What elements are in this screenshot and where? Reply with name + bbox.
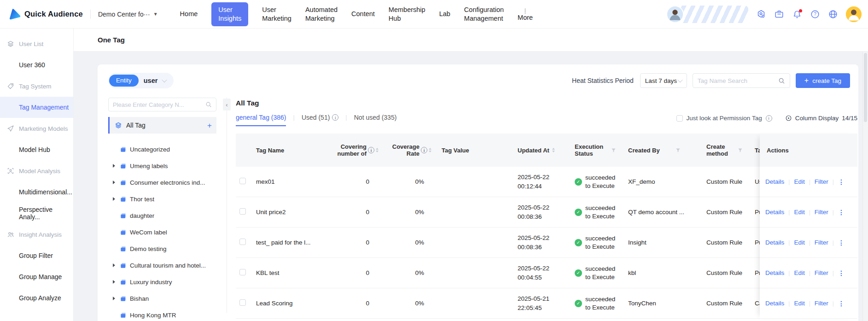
sort-icon[interactable] <box>376 148 379 152</box>
chevron-down-icon <box>162 77 167 82</box>
divider: | <box>833 209 834 216</box>
cell-tag-name[interactable]: KBL test <box>248 269 326 276</box>
category-item[interactable]: Thor test <box>108 191 216 207</box>
row-more-icon[interactable]: ⋮ <box>838 300 845 307</box>
edit-link[interactable]: Edit <box>794 269 804 276</box>
window-scrollbar[interactable] <box>862 52 868 321</box>
tab-general-tag[interactable]: general Tag (386) <box>236 114 286 126</box>
category-item[interactable]: Consumer electronics ind... <box>108 174 216 191</box>
permission-filter[interactable]: Just look at Permission Tag i <box>676 115 772 122</box>
sidebar-item-perspective-analysis[interactable]: Perspective Analy... <box>0 203 73 224</box>
cell-tag-name[interactable]: test_ paid for the l... <box>248 239 326 246</box>
row-checkbox[interactable] <box>239 299 246 306</box>
filter-link[interactable]: Filter <box>815 300 828 307</box>
entity-selector[interactable]: Entity user <box>108 73 174 88</box>
nav-membership-hub[interactable]: Membership Hub <box>389 6 425 23</box>
promo-banner[interactable] <box>666 5 748 23</box>
category-search-input[interactable] <box>113 101 203 108</box>
help-icon[interactable]: ? <box>810 9 820 19</box>
category-item[interactable]: Umeng labels <box>108 158 216 174</box>
details-link[interactable]: Details <box>765 209 784 216</box>
row-checkbox[interactable] <box>239 208 246 215</box>
row-checkbox[interactable] <box>239 269 246 275</box>
row-checkbox[interactable] <box>239 239 246 245</box>
sort-icon[interactable] <box>552 148 555 152</box>
category-item[interactable]: daughter <box>108 207 216 224</box>
language-globe-icon[interactable] <box>828 9 838 19</box>
filter-link[interactable]: Filter <box>815 209 828 216</box>
nav-user-insights[interactable]: User Insights <box>211 2 248 26</box>
tag-search-input[interactable] <box>698 77 775 84</box>
filter-icon[interactable] <box>676 148 681 153</box>
category-item[interactable]: Cultural tourism and hotel... <box>108 257 216 274</box>
edit-link[interactable]: Edit <box>794 300 804 307</box>
row-more-icon[interactable]: ⋮ <box>838 239 845 246</box>
nav-automated-marketing[interactable]: Automated Marketing <box>305 6 338 23</box>
row-more-icon[interactable]: ⋮ <box>838 269 845 277</box>
search-icon[interactable] <box>205 101 212 108</box>
create-tag-button[interactable]: + create Tag <box>796 73 850 88</box>
expand-caret-icon[interactable] <box>111 297 117 300</box>
row-checkbox-cell <box>236 178 248 186</box>
filter-link[interactable]: Filter <box>815 239 828 246</box>
nav-configuration-management[interactable]: Configuration Management <box>464 6 504 23</box>
details-link[interactable]: Details <box>765 300 784 307</box>
sort-icon[interactable] <box>429 148 431 152</box>
category-item[interactable]: WeCom label <box>108 224 216 240</box>
sidebar-item-group-filter[interactable]: Group Filter <box>0 245 73 266</box>
app-center-icon[interactable] <box>756 9 766 19</box>
sidebar-item-group-analyze[interactable]: Group Analyze <box>0 287 73 309</box>
nav-lab[interactable]: Lab <box>439 10 450 18</box>
cell-tag-name[interactable]: Lead Scoring <box>248 300 326 307</box>
tab-not-used[interactable]: Not used (335) <box>354 114 397 125</box>
orders-icon[interactable] <box>774 9 784 19</box>
category-item[interactable]: Demo testing <box>108 240 216 257</box>
details-link[interactable]: Details <box>765 239 784 246</box>
category-item[interactable]: Bishan <box>108 290 216 307</box>
expand-caret-icon[interactable] <box>111 164 117 168</box>
row-checkbox[interactable] <box>239 178 246 184</box>
filter-link[interactable]: Filter <box>815 178 828 185</box>
sidebar-item-multidimensional[interactable]: Multidimensional... <box>0 181 73 203</box>
details-link[interactable]: Details <box>765 178 784 185</box>
sidebar-item-user-360[interactable]: User 360 <box>0 54 73 76</box>
nav-content[interactable]: Content <box>351 10 375 18</box>
tab-used[interactable]: Used (51)i <box>302 114 338 125</box>
edit-link[interactable]: Edit <box>794 209 804 216</box>
logo[interactable]: Quick Audience <box>8 8 83 20</box>
heat-period-select[interactable]: Last 7 days <box>640 73 687 88</box>
filter-link[interactable]: Filter <box>815 269 828 276</box>
expand-caret-icon[interactable] <box>111 280 117 284</box>
edit-link[interactable]: Edit <box>794 178 804 185</box>
permission-checkbox[interactable] <box>676 115 683 122</box>
category-item[interactable]: Luxury industry <box>108 274 216 290</box>
filter-icon[interactable] <box>611 148 616 153</box>
column-display-button[interactable]: Column Display 14/15 <box>785 115 857 122</box>
cell-tag-name[interactable]: mex01 <box>248 178 326 185</box>
category-item[interactable]: Uncategorized <box>108 141 216 158</box>
workspace-selector[interactable]: Demo Center fo··· ▼ <box>98 11 158 18</box>
scrollbar-thumb[interactable] <box>864 53 867 122</box>
sidebar-item-model-hub[interactable]: Model Hub <box>0 139 73 160</box>
cell-tag-name[interactable]: Unit price2 <box>248 209 326 216</box>
row-more-icon[interactable]: ⋮ <box>838 178 845 186</box>
collapse-panel-button[interactable]: ‹ <box>223 99 231 111</box>
add-category-icon[interactable]: + <box>207 122 212 129</box>
nav-more[interactable]: ⋮ More <box>518 8 533 21</box>
row-more-icon[interactable]: ⋮ <box>838 209 845 216</box>
nav-user-marketing[interactable]: User Marketing <box>262 6 291 23</box>
filter-icon[interactable] <box>738 148 743 153</box>
expand-caret-icon[interactable] <box>111 197 117 201</box>
edit-link[interactable]: Edit <box>794 239 804 246</box>
category-item[interactable]: Hong Kong MTR <box>108 307 216 321</box>
notification-bell-icon[interactable] <box>792 9 802 19</box>
search-icon[interactable] <box>778 77 785 84</box>
details-link[interactable]: Details <box>765 269 784 276</box>
category-all-tag[interactable]: All Tag + <box>108 117 216 134</box>
sidebar-item-tag-management[interactable]: Tag Management <box>0 97 73 118</box>
sidebar-item-group-manage[interactable]: Group Manage <box>0 266 73 287</box>
nav-home[interactable]: Home <box>180 10 198 18</box>
expand-caret-icon[interactable] <box>111 181 117 184</box>
user-avatar[interactable] <box>846 6 862 22</box>
expand-caret-icon[interactable] <box>111 263 117 267</box>
